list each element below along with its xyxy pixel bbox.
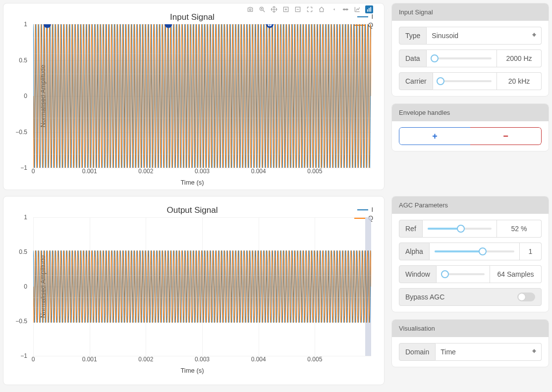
hover-compare-icon[interactable] — [341, 5, 349, 13]
output-chart-card: Output Signal I Q Normalised Amplitude 1… — [3, 196, 385, 385]
signal-type-select[interactable]: Sinusoid — [432, 32, 536, 40]
svg-line-2 — [263, 10, 265, 12]
add-handle-button[interactable] — [399, 127, 471, 145]
input-plot-area[interactable]: Normalised Amplitude 10.50−0.5−1 — [33, 24, 371, 168]
envelope-header: Envelope handles — [392, 104, 549, 121]
carrier-freq-label: Carrier — [399, 72, 433, 90]
window-slider[interactable] — [442, 273, 485, 275]
window-label: Window — [399, 265, 437, 283]
pan-icon[interactable] — [270, 5, 278, 13]
envelope-handles-card: Envelope handles — [391, 103, 549, 151]
remove-handle-button[interactable] — [470, 127, 542, 145]
zoom-out-icon[interactable] — [294, 5, 302, 13]
ref-slider[interactable] — [428, 228, 492, 230]
bypass-agc-toggle[interactable] — [517, 293, 535, 301]
agc-parameters-card: AGC Parameters Ref 52 % Alpha — [391, 196, 549, 312]
data-freq-label: Data — [399, 49, 427, 67]
input-xaxis-label: Time (s) — [10, 179, 374, 186]
svg-rect-13 — [369, 8, 370, 12]
agc-header: AGC Parameters — [392, 196, 549, 214]
alpha-label: Alpha — [399, 243, 430, 260]
legend-i-label-out: I — [371, 205, 373, 214]
autoscale-icon[interactable] — [306, 5, 314, 13]
camera-icon[interactable] — [246, 5, 254, 13]
hover-closest-icon[interactable] — [330, 5, 337, 13]
type-label: Type — [399, 27, 427, 45]
data-freq-value: 2000 Hz — [497, 49, 542, 67]
visualisation-header: Visualisation — [392, 320, 549, 337]
carrier-freq-slider[interactable] — [438, 80, 492, 82]
svg-point-10 — [343, 8, 346, 10]
visualisation-card: Visualisation Domain Time — [391, 319, 549, 367]
domain-label: Domain — [399, 343, 436, 361]
carrier-freq-value: 20 kHz — [497, 72, 542, 90]
input-signal-header: Input Signal — [392, 3, 549, 21]
zoom-icon[interactable] — [258, 5, 266, 13]
ref-label: Ref — [399, 220, 423, 238]
input-chart-title: Input Signal — [10, 12, 374, 22]
input-signal-controls: Input Signal Type Sinusoid Data — [391, 3, 549, 97]
svg-rect-12 — [367, 9, 368, 12]
alpha-value: 1 — [520, 243, 542, 260]
svg-point-11 — [345, 8, 348, 10]
window-value: 64 Samples — [490, 265, 542, 283]
svg-rect-14 — [370, 7, 371, 11]
reset-axes-icon[interactable] — [318, 5, 326, 13]
alpha-slider[interactable] — [435, 250, 514, 252]
output-xaxis-label: Time (s) — [10, 367, 374, 374]
ref-value: 52 % — [497, 220, 542, 238]
data-freq-slider[interactable] — [432, 57, 492, 59]
bypass-agc-label: Bypass AGC — [405, 293, 444, 301]
output-plot-area[interactable]: Normalised Amplitude 10.50−0.5−1 — [33, 217, 371, 356]
domain-select[interactable]: Time — [441, 348, 536, 356]
svg-point-0 — [249, 9, 251, 10]
zoom-in-icon[interactable] — [282, 5, 290, 13]
output-chart-title: Output Signal — [10, 205, 374, 215]
input-chart-card: Input Signal I Q Normalised Amplitude — [3, 3, 385, 190]
legend-i-label: I — [371, 12, 373, 21]
